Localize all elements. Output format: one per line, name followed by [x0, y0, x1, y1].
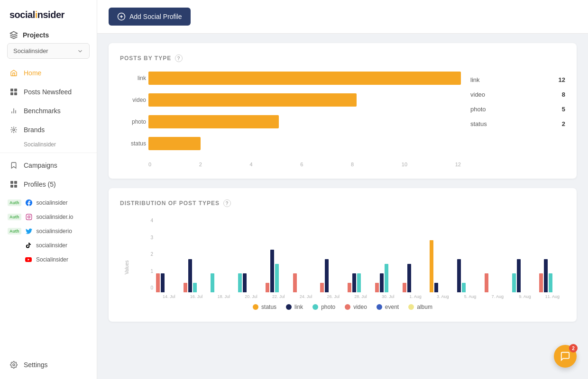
svg-marker-0	[10, 32, 18, 36]
distribution-info-icon[interactable]: ?	[223, 199, 231, 207]
bar-chart-icon	[9, 107, 18, 115]
dist-group-12	[485, 273, 511, 292]
y-axis-title: Values	[124, 261, 129, 275]
bar-chart-container: linkvideophotostatus 024681012	[120, 72, 461, 167]
instagram-icon	[25, 213, 33, 221]
bar-fill-link	[148, 72, 461, 85]
dist-group-6	[320, 259, 346, 292]
legend-item-video: video8	[470, 91, 565, 98]
profile-youtube[interactable]: Socialinsider	[0, 253, 97, 267]
distribution-legend: statuslinkphotovideoeventalbum	[120, 304, 565, 310]
legend-item-status: status2	[470, 120, 565, 127]
bar-track-status	[148, 137, 461, 150]
dist-bar	[549, 273, 552, 292]
svg-point-16	[13, 364, 15, 366]
chat-icon	[560, 351, 570, 361]
dist-bar	[352, 273, 356, 292]
svg-point-14	[28, 216, 30, 218]
bar-row-video: video	[148, 93, 461, 107]
dist-group-3	[238, 273, 264, 292]
profile-twitter[interactable]: Auth socialinsiderio	[0, 224, 97, 238]
projects-label: Projects	[23, 31, 49, 39]
legend-dot-album	[408, 304, 414, 310]
dist-chart-row: 43210 14. Jul16. Jul18. Jul20. Jul22. Ju…	[144, 217, 565, 299]
plus-circle-icon	[117, 12, 126, 21]
profiles-icon	[9, 180, 18, 189]
profile-name-tiktok: socialinsider	[36, 242, 67, 249]
dist-legend-video: video	[345, 304, 367, 310]
x-axis: 024681012	[120, 162, 461, 167]
profile-tiktok[interactable]: socialinsider	[0, 238, 97, 253]
legend-item-photo: photo5	[470, 106, 565, 113]
dist-legend-event: event	[377, 304, 399, 310]
legend-dot-link	[286, 304, 292, 310]
posts-by-type-info-icon[interactable]: ?	[175, 54, 183, 62]
bar-track-photo	[148, 115, 461, 128]
profile-facebook[interactable]: Auth socialinsider	[0, 196, 97, 210]
dist-bar	[457, 259, 461, 292]
nav-settings[interactable]: Settings	[0, 355, 97, 374]
bar-label-link: link	[120, 75, 146, 81]
dist-group-2	[211, 273, 237, 292]
logo-text: socialinsider	[9, 9, 64, 20]
dist-group-8	[375, 264, 401, 292]
dist-bar	[430, 240, 433, 292]
dist-group-0	[156, 273, 182, 292]
profiles-list: Auth socialinsider Auth socialinsider.io…	[0, 194, 97, 269]
nav-benchmarks[interactable]: Benchmarks	[0, 101, 97, 120]
bar-fill-status	[148, 137, 201, 150]
dist-bar	[266, 283, 269, 292]
profile-name-youtube: Socialinsider	[36, 256, 68, 263]
dist-group-11	[457, 259, 483, 292]
chart-area: linkvideophotostatus 024681012 link12vid…	[120, 72, 565, 167]
dist-bar	[539, 273, 543, 292]
nav-campaigns[interactable]: Campaigns	[0, 156, 97, 175]
bar-label-status: status	[120, 140, 146, 147]
brands-icon	[9, 126, 18, 134]
bar-chart: linkvideophotostatus	[120, 72, 461, 160]
bar-fill-photo	[148, 115, 279, 128]
svg-line-12	[15, 127, 16, 128]
projects-header[interactable]: Projects	[0, 25, 97, 43]
project-name: Socialinsider	[13, 47, 48, 54]
legend-dot-status	[253, 304, 258, 310]
auth-badge-facebook: Auth	[8, 199, 21, 206]
add-profile-button[interactable]: Add Social Profile	[109, 8, 191, 26]
nav-posts-newsfeed[interactable]: Posts Newsfeed	[0, 82, 97, 101]
bar-label-photo: photo	[120, 118, 146, 125]
nav-home[interactable]: Home	[0, 63, 97, 82]
dist-bar	[320, 283, 324, 292]
posts-newsfeed-label: Posts Newsfeed	[24, 88, 72, 96]
dist-bar	[243, 273, 247, 292]
distribution-card: DISTRIBUTION OF POST TYPES ? Values 4321…	[109, 188, 577, 322]
dist-chart-wrapper: Values 43210 14. Jul16. Jul18. Jul20. Ju…	[120, 217, 565, 299]
dist-legend-album: album	[408, 304, 432, 310]
nav-brands[interactable]: Brands	[0, 120, 97, 139]
dist-bar	[517, 259, 521, 292]
dist-bar	[462, 283, 466, 292]
nav-profiles[interactable]: Profiles (5)	[0, 175, 97, 194]
profile-instagram[interactable]: Auth socialinsider.io	[0, 210, 97, 224]
settings-label: Settings	[24, 361, 48, 369]
posts-by-type-title: POSTS BY TYPE ?	[120, 54, 565, 62]
dist-bar	[161, 273, 165, 292]
profile-name-twitter: socialinsiderio	[37, 228, 72, 235]
youtube-icon	[25, 256, 32, 263]
sidebar: socialinsider Projects Socialinsider Hom…	[0, 0, 97, 379]
campaigns-label: Campaigns	[24, 162, 57, 169]
dist-bar	[407, 264, 411, 292]
dist-group-9	[403, 264, 429, 292]
benchmarks-label: Benchmarks	[24, 107, 61, 115]
brands-label: Brands	[24, 126, 45, 134]
legend-item-link: link12	[470, 76, 565, 83]
dist-legend-photo: photo	[312, 304, 335, 310]
project-selector[interactable]: Socialinsider	[7, 43, 90, 59]
svg-rect-13	[26, 214, 32, 220]
bar-row-link: link	[148, 72, 461, 85]
bookmark-icon	[9, 161, 18, 170]
home-label: Home	[24, 69, 41, 77]
dist-bars-area: 14. Jul16. Jul18. Jul20. Jul22. Jul24. J…	[156, 217, 565, 299]
chat-badge: 2	[569, 344, 578, 352]
chat-button[interactable]: 2	[554, 345, 577, 368]
bar-row-status: status	[148, 137, 461, 150]
